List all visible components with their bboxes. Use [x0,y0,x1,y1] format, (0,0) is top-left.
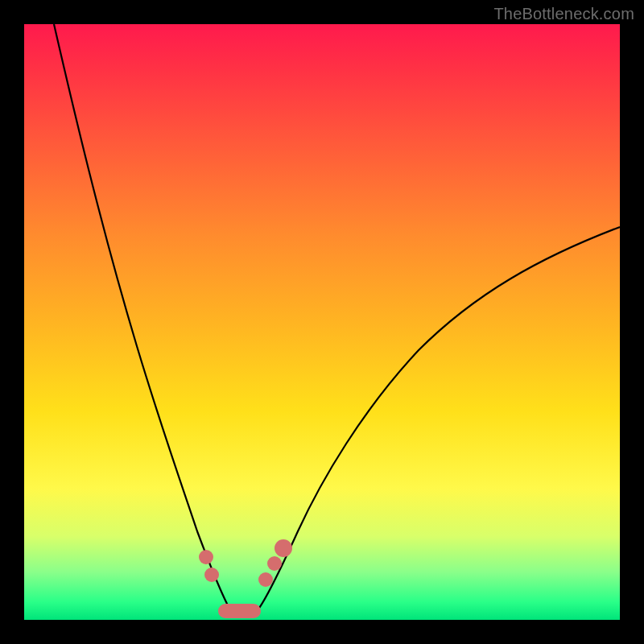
watermark-text: TheBottleneck.com [493,5,634,23]
left-curve [54,24,233,613]
plot-area [24,24,620,620]
right-dot-1 [258,572,273,587]
left-dot-lower [204,568,219,582]
chart-frame: TheBottleneck.com [0,0,644,644]
chart-svg [24,24,620,620]
right-dot-3 [275,539,292,557]
right-curve [258,227,620,610]
right-dot-2 [267,556,282,571]
left-dot-upper [199,550,213,564]
